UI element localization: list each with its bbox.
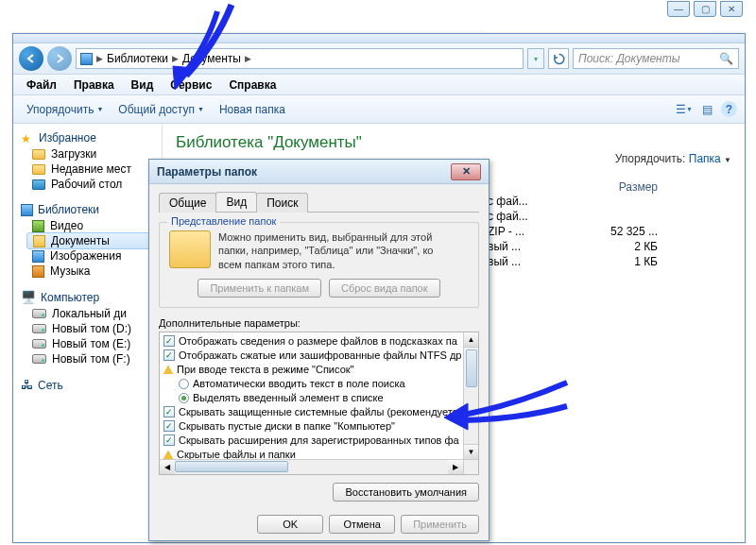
dialog-close-button[interactable]: ✕ [451,163,481,180]
checkbox-icon[interactable]: ✓ [163,349,175,361]
search-placeholder: Поиск: Документы [578,52,680,65]
sidebar: ★ Избранное Загрузки Недавние мест Рабоч… [13,124,163,542]
table-row[interactable]: вый ...2 КБ [488,239,731,254]
sidebar-item-recent[interactable]: Недавние мест [13,162,162,177]
reset-folders-button[interactable]: Сброс вида папок [329,279,440,298]
column-header-size[interactable]: Размер [592,180,658,194]
favorites-header[interactable]: ★ Избранное [13,129,162,146]
ok-button[interactable]: OK [257,515,323,534]
checkbox-icon[interactable]: ✓ [163,420,175,432]
horizontal-scrollbar[interactable]: ◀ ▶ [160,459,463,474]
advanced-setting-item[interactable]: ✓Скрывать пустые диски в папке "Компьюте… [163,419,474,434]
tab-view[interactable]: Вид [215,192,257,212]
table-row[interactable]: ZIP - ...52 325 ... [488,224,731,239]
arrow-left-icon [26,53,37,64]
hscroll-thumb[interactable] [175,461,288,472]
library-title: Библиотека "Документы" [176,133,731,152]
apply-to-folders-button[interactable]: Применить к папкам [198,279,321,298]
menu-help[interactable]: Справка [221,77,284,94]
network-header[interactable]: 🖧 Сеть [13,376,162,394]
drive-icon [32,354,46,364]
sidebar-item-drive-d[interactable]: Новый том (D:) [13,321,162,336]
breadcrumb-documents[interactable]: Документы [182,52,241,65]
drive-icon [32,339,46,349]
computer-icon: 🖥️ [21,290,36,304]
addressbar[interactable]: ▶ Библиотеки ▶ Документы ▶ [76,48,524,69]
back-button[interactable] [19,46,43,71]
chevron-right-icon: ▶ [96,54,103,63]
vertical-scrollbar[interactable]: ▲ ▼ [463,332,478,459]
scroll-left-button[interactable]: ◀ [160,460,175,474]
sidebar-item-music[interactable]: Музыка [13,264,162,279]
folder-options-dialog: Параметры папок ✕ Общие Вид Поиск Предст… [148,159,490,541]
maximize-button[interactable]: ▢ [694,1,716,17]
forward-button[interactable] [47,46,72,71]
table-row[interactable]: с фай... [488,209,731,224]
folder-group-icon [163,451,173,459]
star-icon: ★ [21,132,34,144]
dialog-titlebar[interactable]: Параметры папок ✕ [149,160,489,184]
radio-icon[interactable] [179,379,189,389]
menu-edit[interactable]: Правка [66,77,122,94]
sidebar-item-drive-f[interactable]: Новый том (F:) [13,351,162,366]
view-mode-button[interactable]: ☰ ▼ [676,101,693,118]
toolbar: Упорядочить ▼ Общий доступ ▼ Новая папка… [13,95,745,124]
scroll-down-button[interactable]: ▼ [464,444,478,459]
advanced-setting-item[interactable]: ✓Отображать сведения о размере файлов в … [163,334,474,349]
sidebar-item-video[interactable]: Видео [13,218,162,233]
advanced-setting-item[interactable]: Выделять введенный элемент в списке [163,391,474,405]
refresh-button[interactable] [548,48,569,69]
sidebar-item-documents[interactable]: Документы [26,232,160,249]
checkbox-icon[interactable]: ✓ [163,406,175,417]
sidebar-item-pictures[interactable]: Изображения [13,248,162,264]
advanced-setting-item: При вводе текста в режиме "Список" [163,363,474,377]
addressbar-dropdown[interactable]: ▾ [527,48,544,69]
restore-defaults-button[interactable]: Восстановить умолчания [333,483,479,502]
breadcrumb-libraries[interactable]: Библиотеки [107,52,168,65]
libraries-header[interactable]: Библиотеки [13,201,162,218]
apply-button[interactable]: Применить [401,515,479,534]
organize-button[interactable]: Упорядочить ▼ [21,100,109,119]
sidebar-item-downloads[interactable]: Загрузки [13,146,162,162]
menu-tools[interactable]: Сервис [163,77,219,94]
menu-view[interactable]: Вид [124,77,162,94]
preview-pane-button[interactable]: ▤ [698,101,715,118]
help-button[interactable]: ? [721,101,737,117]
tab-search[interactable]: Поиск [256,193,308,213]
cancel-button[interactable]: Отмена [329,515,395,534]
advanced-setting-item[interactable]: ✓Скрывать защищенные системные файлы (ре… [163,405,474,419]
computer-header[interactable]: 🖥️ Компьютер [13,288,162,306]
library-icon [21,204,33,216]
checkbox-icon[interactable]: ✓ [163,434,175,446]
search-input[interactable]: Поиск: Документы 🔍 [573,48,739,69]
dialog-tabs: Общие Вид Поиск [159,192,479,213]
chevron-down-icon: ▼ [724,156,731,164]
table-row[interactable]: с фай... [488,194,731,209]
search-icon: 🔍 [719,52,733,65]
scroll-corner [463,459,478,474]
checkbox-icon[interactable]: ✓ [163,335,175,347]
video-library-icon [32,220,44,232]
sidebar-item-desktop[interactable]: Рабочий стол [13,177,162,192]
network-icon: 🖧 [21,378,33,392]
share-button[interactable]: Общий доступ ▼ [112,100,210,119]
folder-views-group: Представление папок Можно применить вид,… [159,222,479,308]
advanced-setting-item[interactable]: ✓Отображать сжатые или зашифрованные фай… [163,349,474,363]
minimize-button[interactable]: — [667,1,690,17]
menu-file[interactable]: Файл [19,77,64,94]
close-button[interactable]: ✕ [720,1,743,17]
scroll-right-button[interactable]: ▶ [448,460,463,474]
new-folder-button[interactable]: Новая папка [214,100,291,119]
advanced-setting-item[interactable]: ✓Скрывать расширения для зарегистрирован… [163,434,474,448]
scroll-up-button[interactable]: ▲ [464,332,478,348]
tab-general[interactable]: Общие [159,193,216,213]
sidebar-item-drive-e[interactable]: Новый том (E:) [13,336,162,351]
scroll-thumb[interactable] [466,349,477,387]
arrange-by[interactable]: Упорядочить: Папка ▼ [615,152,731,165]
table-row[interactable]: вый ...1 КБ [488,254,731,269]
advanced-setting-item[interactable]: Автоматически вводить текст в поле поиск… [163,377,474,391]
folder-group-icon [163,366,173,374]
radio-icon[interactable] [179,393,189,403]
sidebar-item-local-disk[interactable]: Локальный ди [13,306,162,321]
refresh-icon [553,53,565,65]
